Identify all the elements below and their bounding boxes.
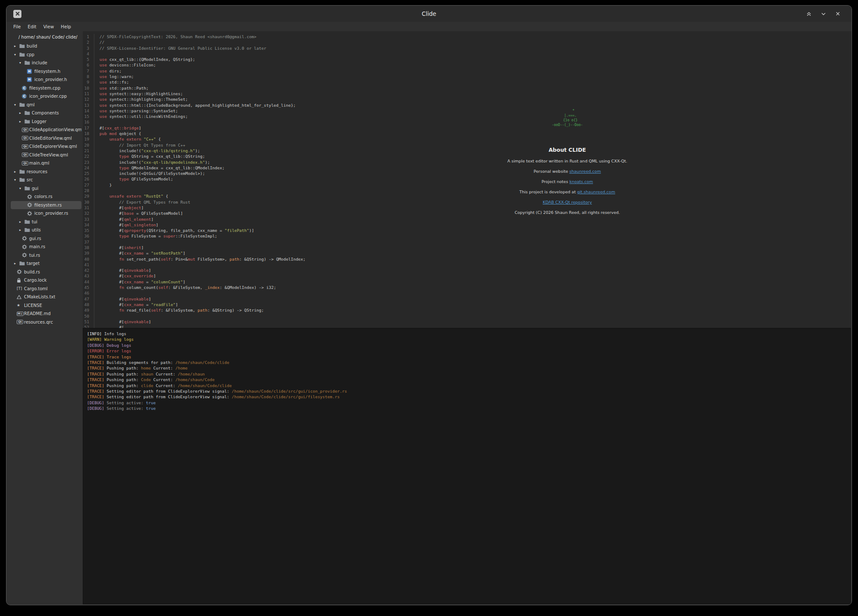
log-line: [WARN] Warning logs: [87, 337, 846, 342]
chevron-down-icon[interactable]: ▾: [19, 61, 24, 65]
tree-item-label: gui: [32, 186, 38, 191]
tree-item[interactable]: ▾cpp: [11, 51, 81, 59]
chevron-down-icon[interactable]: ▾: [14, 103, 19, 107]
tree-item[interactable]: ▾src: [11, 176, 81, 184]
tree-item[interactable]: tui.rs: [11, 251, 81, 260]
tree-item[interactable]: colors.rs: [11, 192, 81, 201]
tree-item[interactable]: ▸Logger: [11, 117, 81, 126]
chevron-down-icon[interactable]: [820, 10, 827, 18]
code-line: 7use dirs;: [83, 68, 852, 74]
tree-item[interactable]: ▸target: [11, 259, 81, 268]
menu-file[interactable]: File: [10, 24, 24, 29]
ascii-art-logo: * |.===. {}o o{} -ooO--(_)--Ooo-: [426, 108, 709, 127]
chevron-right-icon[interactable]: ▸: [19, 120, 24, 123]
menu-edit[interactable]: Edit: [24, 24, 40, 29]
tree-item[interactable]: QtClideTreeView.qml: [11, 151, 81, 159]
tree-item[interactable]: ★LICENSE: [11, 301, 81, 310]
chevron-right-icon[interactable]: ▸: [14, 170, 19, 174]
rust-icon: [22, 252, 29, 258]
menu-view[interactable]: View: [40, 24, 57, 29]
toml-icon: [T]: [17, 286, 24, 291]
tree-item[interactable]: CMakeLists.txt: [11, 293, 81, 301]
folder-icon: [19, 52, 27, 57]
about-link[interactable]: git.shaunreed.com: [577, 189, 615, 194]
chevron-right-icon[interactable]: ▸: [14, 261, 19, 265]
tree-item[interactable]: filesystem.rs: [11, 201, 81, 210]
tree-item[interactable]: Hfilesystem.h: [11, 67, 81, 76]
tree-item[interactable]: QtClideEditorView.qml: [11, 134, 81, 143]
line-number: 17: [83, 125, 89, 131]
tree-item[interactable]: Cargo.lock: [11, 276, 81, 285]
line-number: 7: [83, 68, 89, 74]
log-line: [DEBUG] Setting active: true: [87, 406, 846, 411]
rust-icon: [27, 202, 34, 207]
log-line: [INFO] Info logs: [87, 331, 846, 337]
tree-item[interactable]: ▸utils: [11, 226, 81, 234]
chevron-down-icon[interactable]: ▾: [14, 53, 19, 57]
line-number: 13: [83, 102, 89, 108]
tree-item[interactable]: Qtmain.qml: [11, 159, 81, 168]
log-panel[interactable]: [INFO] Info logs[WARN] Warning logs[DEBU…: [83, 328, 851, 604]
tree-item-label: Components: [32, 111, 59, 115]
line-number: 9: [83, 79, 89, 85]
tree-item[interactable]: ▾include: [11, 59, 81, 67]
chevron-down-icon[interactable]: ▾: [19, 186, 24, 190]
editor[interactable]: 1// SPDX-FileCopyrightText: 2026, Shaun …: [83, 31, 852, 328]
tree-item[interactable]: ▾gui: [11, 184, 81, 193]
tree-item[interactable]: ▾qml: [11, 101, 81, 109]
tree-item[interactable]: ▸resources: [11, 168, 81, 176]
tree-item[interactable]: main.rs: [11, 243, 81, 251]
tree-item[interactable]: icon_provider.rs: [11, 209, 81, 218]
chevron-right-icon[interactable]: ▸: [14, 44, 19, 48]
tree-item-label: Cargo.toml: [24, 286, 48, 291]
code-line: 39 #[cxx_name = "setRootPath"]: [83, 250, 852, 256]
menu-help[interactable]: Help: [57, 24, 75, 29]
tree-item[interactable]: Cicon_provider.cpp: [11, 92, 81, 101]
line-number: 52: [83, 325, 89, 328]
code-line: 10use std::path::Path;: [83, 85, 852, 91]
tree-item[interactable]: ▸tui: [11, 218, 81, 226]
about-link[interactable]: knoats.com: [569, 179, 593, 184]
folder-icon: [24, 119, 32, 124]
log-line: [TRACE] Pushing path: Code Current: /hom…: [87, 377, 846, 382]
title-bar: Clide: [6, 6, 852, 22]
tree-item[interactable]: gui.rs: [11, 234, 81, 243]
tree-item[interactable]: M↓README.md: [11, 310, 81, 318]
tree-item-label: main.rs: [29, 244, 45, 249]
chevron-down-icon[interactable]: ▾: [14, 178, 19, 182]
editor-column: 1// SPDX-FileCopyrightText: 2026, Shaun …: [83, 31, 852, 605]
tree-item[interactable]: Hicon_provider.h: [11, 75, 81, 84]
tree-item[interactable]: ▸build: [11, 42, 81, 51]
tree-item[interactable]: Qtresources.qrc: [11, 318, 81, 327]
code-line: 43 #[cxx_override]: [83, 273, 852, 279]
tree-item-label: ClideEditorView.qml: [29, 136, 72, 141]
close-icon[interactable]: [834, 10, 841, 18]
chevron-right-icon[interactable]: ▸: [19, 220, 24, 224]
chevron-right-icon[interactable]: ▸: [19, 111, 24, 115]
tree-item-label: gui.rs: [29, 236, 41, 241]
about-link[interactable]: KDAB CXX-Qt repository: [543, 200, 592, 204]
tree-item[interactable]: ▸Components: [11, 109, 81, 117]
line-number: 45: [83, 285, 89, 290]
h-icon: H: [27, 69, 34, 74]
tree-item[interactable]: Cfilesystem.cpp: [11, 84, 81, 93]
qt-icon: Qt: [22, 144, 29, 149]
double-chevron-up-icon[interactable]: [805, 10, 813, 18]
about-link[interactable]: shaunreed.com: [569, 169, 601, 174]
tree-item[interactable]: [T]Cargo.toml: [11, 285, 81, 293]
code-line: 4: [83, 51, 852, 57]
qt-icon: Qt: [22, 161, 29, 165]
folder-icon: [19, 102, 27, 107]
tree-item-label: filesystem.h: [34, 69, 60, 74]
tree-item[interactable]: build.rs: [11, 268, 81, 276]
tree-item[interactable]: QtClideExplorerView.qml: [11, 142, 81, 151]
about-text: This project is developed at: [519, 189, 577, 194]
file-tree: ▸build▾cpp▾includeHfilesystem.hHicon_pro…: [11, 42, 81, 326]
code-line: 12use syntect::highlighting::ThemeSet;: [83, 96, 852, 102]
tree-item-label: cpp: [27, 52, 34, 57]
chevron-right-icon[interactable]: ▸: [19, 228, 24, 232]
line-number: 6: [83, 62, 89, 68]
tree-item-label: build.rs: [24, 270, 40, 274]
tree-item-label: resources: [27, 169, 47, 174]
tree-item[interactable]: QtClideApplicationView.qml: [11, 126, 81, 134]
